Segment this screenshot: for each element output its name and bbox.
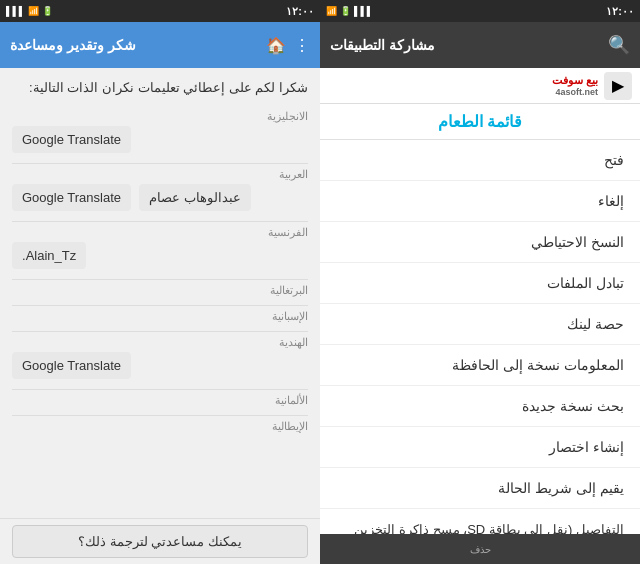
lang-section-spanish: الإسبانية [12, 310, 308, 323]
contributor-abdulwahab: عبدالوهاب عصام [139, 184, 251, 211]
contributor-alain: Alain_Tz. [12, 242, 86, 269]
logo-site: 4asoft.net [555, 87, 598, 97]
lang-section-french: الفرنسية Alain_Tz. [12, 226, 308, 271]
divider-5 [12, 331, 308, 332]
search-button[interactable]: 🔍 [608, 34, 630, 56]
menu-item-exchange[interactable]: تبادل الملفات [320, 263, 640, 304]
right-header-title: شكر وتقدير ومساعدة [10, 37, 136, 53]
lang-label-arabic: العربية [12, 168, 308, 181]
menu-item-backup[interactable]: النسخ الاحتياطي [320, 222, 640, 263]
left-header: 🔍 مشاركة التطبيقات [320, 22, 640, 68]
right-status-icons: ▌▌▌ 📶 🔋 [6, 6, 53, 16]
lang-section-hindi: الهندية Google Translate [12, 336, 308, 381]
right-header-icons: ⋮ 🏠 [266, 36, 310, 55]
lang-section-german: الألمانية [12, 394, 308, 407]
menu-item-cancel[interactable]: إلغاء [320, 181, 640, 222]
logo-bar: ▶ بيع سوفت 4asoft.net [320, 68, 640, 104]
contributor-google-translate-en: Google Translate [12, 126, 131, 153]
left-header-title: مشاركة التطبيقات [330, 37, 435, 53]
left-time: ١٢:٠٠ [606, 5, 634, 18]
left-bottom-bar: حذف [320, 534, 640, 564]
lang-label-spanish: الإسبانية [12, 310, 308, 323]
menu-item-open[interactable]: فتح [320, 140, 640, 181]
left-status-icons: 📶 🔋 ▌▌▌ [326, 6, 373, 16]
contributors-hindi: Google Translate [12, 352, 308, 381]
contributors-english: Google Translate [12, 126, 308, 155]
play-icon: ▶ [612, 76, 624, 95]
wifi-icon: 📶 [326, 6, 337, 16]
divider-3 [12, 279, 308, 280]
right-bottom: يمكنك مساعدتي لترجمة ذلك؟ [0, 518, 320, 564]
help-translate-button[interactable]: يمكنك مساعدتي لترجمة ذلك؟ [12, 525, 308, 558]
lang-label-portuguese: البرتغالية [12, 284, 308, 297]
right-content: شكرا لكم على إعطائي تعليمات نكران الذات … [0, 68, 320, 518]
overflow-menu-icon[interactable]: ⋮ [294, 36, 310, 55]
intro-text: شكرا لكم على إعطائي تعليمات نكران الذات … [12, 78, 308, 98]
left-bottom-label: حذف [470, 544, 491, 555]
right-time: ١٢:٠٠ [286, 5, 314, 18]
menu-item-statusbar[interactable]: يقيم إلى شريط الحالة [320, 468, 640, 509]
menu-list: فتح إلغاء النسخ الاحتياطي تبادل الملفات … [320, 140, 640, 534]
divider-4 [12, 305, 308, 306]
logo-brand: بيع سوفت [552, 74, 598, 87]
lang-section-portuguese: البرتغالية [12, 284, 308, 297]
menu-title: قائمة الطعام [438, 112, 522, 131]
left-panel: 📶 🔋 ▌▌▌ ١٢:٠٠ 🔍 مشاركة التطبيقات ▶ بيع س… [320, 0, 640, 564]
lang-label-english: الانجليزية [12, 110, 308, 123]
right-wifi-icon: 📶 [28, 6, 39, 16]
right-battery-icon: 🔋 [42, 6, 53, 16]
left-status-bar: 📶 🔋 ▌▌▌ ١٢:٠٠ [320, 0, 640, 22]
right-status-bar: ▌▌▌ 📶 🔋 ١٢:٠٠ [0, 0, 320, 22]
contributor-google-translate-hi: Google Translate [12, 352, 131, 379]
menu-item-shortcut[interactable]: إنشاء اختصار [320, 427, 640, 468]
divider-1 [12, 163, 308, 164]
lang-section-italian: الإيطالية [12, 420, 308, 433]
contributors-arabic: عبدالوهاب عصام Google Translate [12, 184, 308, 213]
right-signal-icon: ▌▌▌ [6, 6, 25, 16]
lang-section-english: الانجليزية Google Translate [12, 110, 308, 155]
menu-item-details[interactable]: التفاصيل (نقل إلى بطاقة SD، مسح ذاكرة ال… [320, 509, 640, 534]
divider-2 [12, 221, 308, 222]
menu-item-copy-info[interactable]: المعلومات نسخة إلى الحافظة [320, 345, 640, 386]
lang-label-hindi: الهندية [12, 336, 308, 349]
signal-icon: ▌▌▌ [354, 6, 373, 16]
lang-label-german: الألمانية [12, 394, 308, 407]
contributor-google-translate-ar: Google Translate [12, 184, 131, 211]
menu-item-link[interactable]: حصة لينك [320, 304, 640, 345]
home-icon[interactable]: 🏠 [266, 36, 286, 55]
divider-6 [12, 389, 308, 390]
lang-section-arabic: العربية عبدالوهاب عصام Google Translate [12, 168, 308, 213]
lang-label-italian: الإيطالية [12, 420, 308, 433]
menu-title-bar: قائمة الطعام [320, 104, 640, 140]
lang-label-french: الفرنسية [12, 226, 308, 239]
battery-icon: 🔋 [340, 6, 351, 16]
menu-item-search-new[interactable]: بحث نسخة جديدة [320, 386, 640, 427]
divider-7 [12, 415, 308, 416]
logo-image: ▶ [604, 72, 632, 100]
contributors-french: Alain_Tz. [12, 242, 308, 271]
right-header: ⋮ 🏠 شكر وتقدير ومساعدة [0, 22, 320, 68]
right-panel: ▌▌▌ 📶 🔋 ١٢:٠٠ ⋮ 🏠 شكر وتقدير ومساعدة شكر… [0, 0, 320, 564]
